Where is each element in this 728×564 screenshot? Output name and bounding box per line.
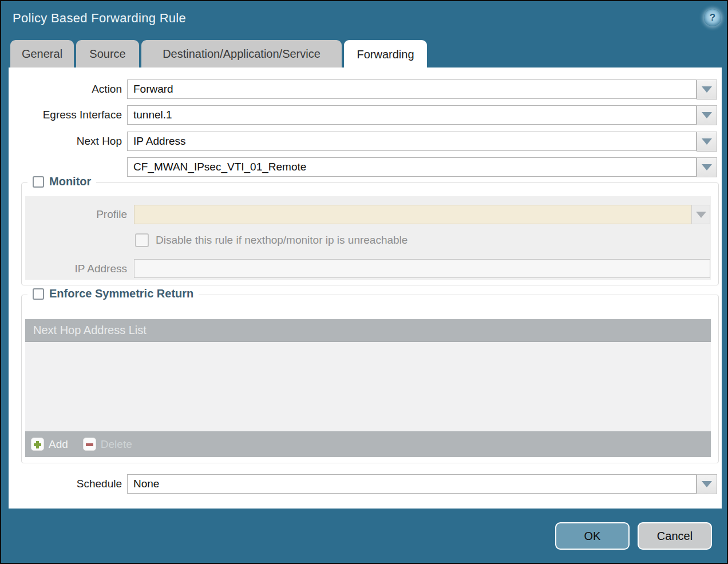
next-hop-type-dropdown-button[interactable]: [697, 132, 717, 152]
profile-label: Profile: [25, 205, 127, 224]
action-select[interactable]: Forward: [127, 80, 697, 99]
profile-dropdown-button: [691, 205, 710, 224]
disable-rule-label: Disable this rule if nexthop/monitor ip …: [156, 233, 407, 247]
schedule-dropdown-button[interactable]: [697, 474, 717, 494]
chevron-down-icon: [696, 212, 706, 218]
delete-button: Delete: [83, 438, 132, 451]
monitor-ip-address-label: IP Address: [25, 259, 127, 279]
pbf-rule-dialog: Policy Based Forwarding Rule General Sou…: [0, 0, 728, 564]
chevron-down-icon: [702, 138, 712, 145]
monitor-legend: Monitor: [27, 175, 96, 188]
add-button[interactable]: Add: [31, 438, 68, 451]
next-hop-address-list-toolbar: Add Delete: [25, 431, 711, 457]
next-hop-address-list-table: Next Hop Address List Add Delete: [25, 319, 711, 457]
cancel-button[interactable]: Cancel: [638, 522, 712, 550]
egress-interface-label: Egress Interface: [9, 105, 122, 125]
monitor-checkbox[interactable]: [33, 176, 44, 188]
schedule-select[interactable]: None: [127, 474, 697, 494]
plus-icon: [31, 438, 44, 451]
enforce-symmetric-return-legend: Enforce Symmetric Return: [27, 287, 199, 300]
profile-select: [134, 205, 691, 224]
egress-interface-dropdown-button[interactable]: [697, 105, 717, 125]
chevron-down-icon: [702, 112, 712, 118]
next-hop-address-dropdown-button[interactable]: [697, 157, 717, 177]
next-hop-address-list-body: [25, 342, 711, 431]
action-dropdown-button[interactable]: [697, 80, 717, 100]
next-hop-type-select[interactable]: IP Address: [127, 132, 697, 151]
column-header-next-hop-address-list: Next Hop Address List: [25, 319, 711, 342]
tab-source[interactable]: Source: [76, 40, 139, 68]
dialog-title: Policy Based Forwarding Rule: [13, 11, 186, 26]
enforce-symmetric-return-checkbox[interactable]: [33, 288, 44, 300]
next-hop-label: Next Hop: [9, 132, 122, 151]
chevron-down-icon: [702, 86, 712, 93]
disable-rule-checkbox: [135, 233, 149, 247]
schedule-label: Schedule: [9, 474, 122, 494]
ok-button[interactable]: OK: [555, 522, 630, 550]
chevron-down-icon: [702, 164, 712, 170]
action-label: Action: [9, 80, 122, 99]
add-button-label: Add: [49, 438, 68, 451]
minus-icon: [83, 438, 96, 451]
tab-general[interactable]: General: [10, 40, 74, 68]
monitor-legend-label: Monitor: [49, 175, 91, 188]
chevron-down-icon: [702, 481, 712, 487]
tab-forwarding[interactable]: Forwarding: [344, 40, 427, 69]
help-icon[interactable]: [704, 9, 721, 26]
egress-interface-select[interactable]: tunnel.1: [127, 105, 697, 125]
delete-button-label: Delete: [101, 438, 132, 451]
enforce-symmetric-return-label: Enforce Symmetric Return: [49, 287, 193, 300]
tab-destination-application-service[interactable]: Destination/Application/Service: [141, 40, 342, 68]
monitor-ip-address-input: [134, 259, 710, 278]
next-hop-address-select[interactable]: CF_MWAN_IPsec_VTI_01_Remote: [127, 157, 697, 177]
